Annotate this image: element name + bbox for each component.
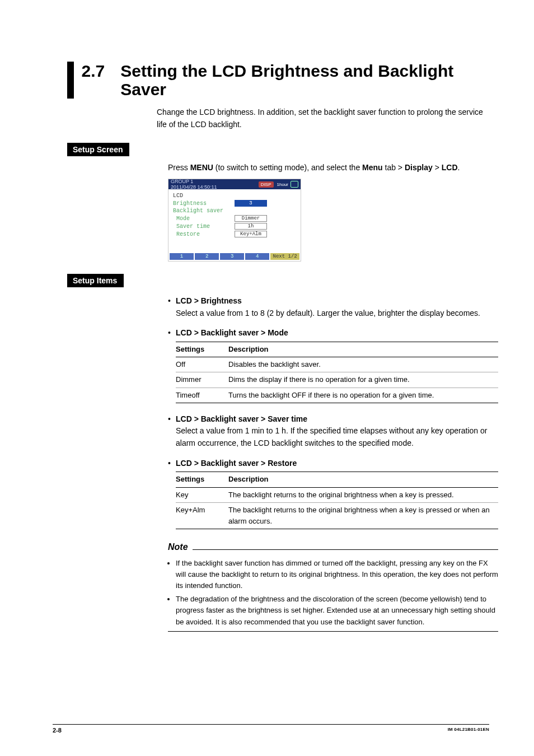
bullet-icon: • — [168, 295, 176, 307]
mode-r0-s: Off — [176, 357, 228, 372]
restore-r1-s: Key+Alm — [176, 502, 228, 529]
intro-text: Change the LCD brightness. In addition, … — [157, 106, 487, 130]
section-title: Setting the LCD Brightness and Backlight… — [120, 62, 489, 99]
bullet-icon: • — [168, 327, 176, 339]
footbtn-2: 2 — [195, 253, 219, 260]
instr-end: . — [458, 163, 460, 172]
mode-r1-d: Dims the display if there is no operatio… — [228, 372, 498, 388]
table-row: KeyThe backlight returns to the original… — [176, 487, 498, 502]
setup-screen-instruction: Press MENU (to switch to setting mode), … — [168, 162, 498, 174]
instr-tab: tab > — [383, 163, 405, 172]
table-row: Key+AlmThe backlight returns to the orig… — [176, 502, 498, 529]
screenshot-panel-title: LCD — [173, 193, 296, 199]
screenshot-footer: 1 2 3 4 Next 1/2 — [170, 253, 299, 260]
page-footer: 2-8 IM 04L21B01-01EN — [53, 724, 489, 734]
table-row: TimeoffTurns the backlight OFF if there … — [176, 388, 498, 403]
setup-items-body: • LCD > Brightness Select a value from 1… — [168, 295, 498, 632]
mode-th-desc: Description — [228, 342, 498, 357]
title-bar — [67, 62, 74, 99]
note-close-rule — [168, 631, 498, 632]
device-screenshot: GROUP 1 2011/04/28 14:50:11 DISP 1hour L… — [168, 179, 301, 262]
doc-id: IM 04L21B01-01EN — [448, 727, 489, 734]
restore-r1-d: The backlight returns to the original br… — [228, 502, 498, 529]
item-brightness-desc: Select a value from 1 to 8 (2 by default… — [176, 307, 498, 320]
item-mode-title: LCD > Backlight saver > Mode — [176, 327, 288, 339]
disp-badge: DISP — [259, 181, 274, 188]
row-brightness-value: 3 — [235, 200, 267, 207]
page-number: 2-8 — [53, 727, 62, 734]
table-row: OffDisables the backlight saver. — [176, 357, 498, 372]
item-savertime-title: LCD > Backlight saver > Saver time — [176, 413, 307, 426]
restore-th-settings: Settings — [176, 472, 228, 487]
instr-menu1: MENU — [190, 163, 213, 172]
note-rule-line — [193, 549, 498, 550]
instr-mid: (to switch to setting mode), and select … — [213, 163, 362, 172]
restore-r0-s: Key — [176, 487, 228, 502]
row-mode-label: Mode — [176, 216, 235, 222]
screenshot-header: GROUP 1 2011/04/28 14:50:11 DISP 1hour — [168, 179, 301, 189]
row-backlight-label: Backlight saver — [173, 208, 223, 214]
instr-gt: > — [433, 163, 442, 172]
setup-screen-heading: Setup Screen — [67, 143, 129, 156]
row-saver-label: Saver time — [176, 223, 235, 230]
row-restore-value: Key+Alm — [235, 231, 267, 237]
section-number: 2.7 — [82, 62, 121, 80]
footbtn-1: 1 — [170, 253, 194, 260]
restore-th-desc: Description — [228, 472, 498, 487]
bullet-icon: • — [168, 458, 176, 470]
note-heading: Note — [168, 540, 188, 554]
screenshot-datetime: 2011/04/28 14:50:11 — [171, 184, 217, 190]
mode-th-settings: Settings — [176, 342, 228, 357]
screenshot-body: LCD Brightness 3 Backlight saver Mode Di… — [168, 189, 301, 261]
page: 2.7 Setting the LCD Brightness and Backl… — [0, 0, 534, 756]
instr-display: Display — [405, 163, 433, 172]
item-restore-title: LCD > Backlight saver > Restore — [176, 458, 297, 470]
camera-icon — [291, 181, 298, 188]
mode-r2-d: Turns the backlight OFF if there is no o… — [228, 388, 498, 403]
mode-r2-s: Timeoff — [176, 388, 228, 403]
screenshot-group: GROUP 1 — [171, 179, 193, 184]
instr-pre: Press — [168, 163, 190, 172]
restore-table: Settings Description KeyThe backlight re… — [176, 472, 498, 529]
bullet-icon: • — [168, 413, 176, 426]
mode-table: Settings Description OffDisables the bac… — [176, 342, 498, 403]
section-title-block: 2.7 Setting the LCD Brightness and Backl… — [67, 62, 489, 99]
note-item-1: The degradation of the brightness and th… — [176, 594, 498, 627]
setup-items-heading: Setup Items — [67, 274, 124, 287]
screenshot-hour: 1hour — [277, 182, 288, 187]
mode-r0-d: Disables the backlight saver. — [228, 357, 498, 372]
note-item-0: If the backlight saver function has dimm… — [176, 558, 498, 591]
note-heading-row: Note — [168, 540, 498, 554]
item-brightness-title: LCD > Brightness — [176, 295, 242, 307]
row-brightness-label: Brightness — [173, 200, 235, 207]
note-list: If the backlight saver function has dimm… — [168, 558, 498, 628]
item-savertime-desc: Select a value from 1 min to 1 h. If the… — [176, 425, 498, 449]
footbtn-4: 4 — [245, 253, 269, 260]
row-restore-label: Restore — [176, 231, 235, 237]
restore-r0-d: The backlight returns to the original br… — [228, 487, 498, 502]
footbtn-3: 3 — [220, 253, 244, 260]
footbtn-next: Next 1/2 — [270, 253, 299, 260]
row-saver-value: 1h — [235, 223, 267, 230]
row-mode-value: Dimmer — [235, 215, 267, 222]
instr-menu2: Menu — [362, 163, 383, 172]
mode-r1-s: Dimmer — [176, 372, 228, 388]
table-row: DimmerDims the display if there is no op… — [176, 372, 498, 388]
instr-lcd: LCD — [442, 163, 458, 172]
